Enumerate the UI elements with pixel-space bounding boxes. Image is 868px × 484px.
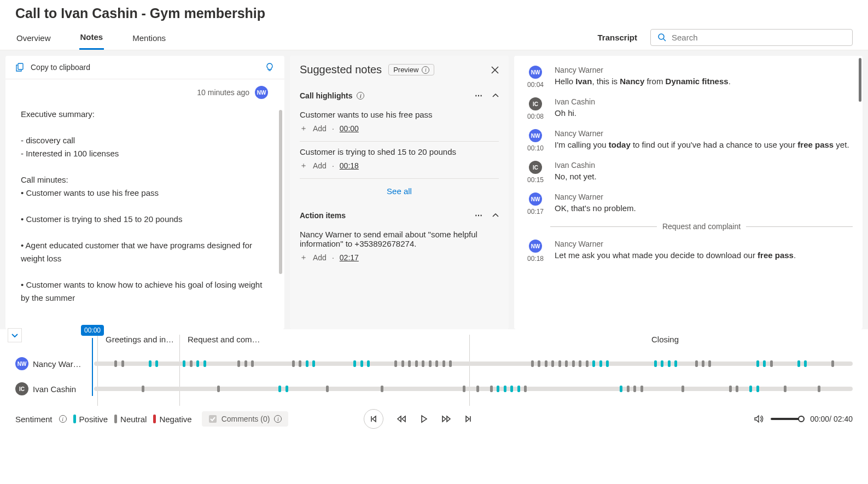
tab-overview[interactable]: Overview (15, 26, 52, 49)
talk-segment[interactable] (640, 386, 643, 392)
more-icon[interactable]: ⋯ (475, 91, 482, 100)
transcript-message[interactable]: NW00:17 Nancy WarnerOK, that's no proble… (524, 188, 853, 220)
skip-end-button[interactable] (464, 415, 472, 423)
talk-segment[interactable] (695, 360, 698, 367)
transcript-message[interactable]: IC00:15 Ivan CashinNo, not yet. (524, 156, 853, 188)
transcript-scrollbar[interactable] (859, 58, 861, 102)
talk-segment[interactable] (237, 360, 240, 367)
talk-segment[interactable] (381, 386, 383, 392)
info-icon[interactable]: i (59, 415, 67, 423)
talk-segment[interactable] (299, 360, 301, 367)
talk-segment[interactable] (551, 360, 554, 367)
notes-scrollbar[interactable] (279, 110, 282, 274)
talk-segment[interactable] (763, 360, 766, 367)
preview-badge[interactable]: Preview i (388, 64, 434, 75)
talk-segment[interactable] (524, 386, 527, 392)
talk-segment[interactable] (353, 360, 356, 367)
talk-segment[interactable] (545, 360, 547, 367)
talk-segment[interactable] (490, 386, 493, 392)
talk-segment[interactable] (442, 360, 445, 367)
comments-button[interactable]: Comments (0) i (202, 411, 289, 427)
talk-segment[interactable] (804, 360, 807, 367)
speaker-track[interactable] (94, 387, 853, 391)
transcript-message[interactable]: NW00:04 Nancy WarnerHello Ivan, this is … (524, 61, 853, 93)
talk-segment[interactable] (360, 360, 363, 367)
chevron-up-icon[interactable] (492, 212, 499, 219)
talk-segment[interactable] (538, 360, 540, 367)
talk-segment[interactable] (463, 386, 465, 392)
talk-segment[interactable] (149, 360, 152, 367)
talk-segment[interactable] (183, 360, 185, 367)
add-button[interactable]: Add (313, 253, 327, 262)
talk-segment[interactable] (244, 360, 247, 367)
expand-toggle[interactable] (8, 328, 22, 342)
talk-segment[interactable] (531, 360, 534, 367)
info-icon[interactable]: i (357, 92, 364, 100)
talk-segment[interactable] (599, 360, 602, 367)
talk-segment[interactable] (702, 360, 704, 367)
talk-segment[interactable] (286, 386, 288, 392)
talk-segment[interactable] (394, 360, 397, 367)
forward-button[interactable] (441, 415, 451, 423)
talk-segment[interactable] (831, 360, 834, 367)
close-icon[interactable] (491, 66, 499, 74)
copy-to-clipboard-button[interactable]: Copy to clipboard (15, 62, 90, 72)
talk-segment[interactable] (449, 360, 452, 367)
talk-segment[interactable] (278, 386, 281, 392)
transcript-message[interactable]: IC00:08 Ivan CashinOh hi. (524, 93, 853, 125)
talk-segment[interactable] (504, 386, 506, 392)
talk-segment[interactable] (306, 360, 308, 367)
talk-segment[interactable] (517, 386, 520, 392)
talk-segment[interactable] (142, 386, 144, 392)
notes-body[interactable]: Executive summary: - discovery call - In… (5, 99, 284, 329)
talk-segment[interactable] (586, 360, 589, 367)
talk-segment[interactable] (429, 360, 432, 367)
talk-segment[interactable] (627, 386, 630, 392)
talk-segment[interactable] (654, 360, 657, 367)
talk-segment[interactable] (729, 386, 732, 392)
timestamp-link[interactable]: 00:00 (340, 124, 359, 133)
talk-segment[interactable] (661, 360, 663, 367)
talk-segment[interactable] (749, 386, 752, 392)
transcript-message[interactable]: NW00:18 Nancy WarnerLet me ask you what … (524, 235, 853, 267)
talk-segment[interactable] (756, 386, 759, 392)
see-all-link[interactable]: See all (300, 179, 499, 203)
talk-segment[interactable] (668, 360, 671, 367)
talk-segment[interactable] (435, 360, 438, 367)
tab-notes[interactable]: Notes (79, 25, 104, 50)
search-box[interactable] (650, 29, 853, 46)
talk-segment[interactable] (415, 360, 418, 367)
add-button[interactable]: Add (313, 161, 327, 170)
talk-segment[interactable] (558, 360, 561, 367)
volume-slider[interactable] (771, 418, 803, 420)
timestamp-link[interactable]: 02:17 (340, 253, 359, 262)
talk-segment[interactable] (401, 360, 404, 367)
chevron-up-icon[interactable] (492, 92, 499, 99)
talk-segment[interactable] (114, 360, 117, 367)
add-button[interactable]: Add (313, 124, 327, 133)
more-icon[interactable]: ⋯ (475, 211, 482, 220)
talk-segment[interactable] (674, 360, 677, 367)
plus-icon[interactable]: ＋ (300, 124, 307, 133)
plus-icon[interactable]: ＋ (300, 161, 307, 171)
talk-segment[interactable] (756, 360, 759, 367)
search-input[interactable] (671, 32, 846, 43)
talk-segment[interactable] (606, 360, 609, 367)
talk-segment[interactable] (784, 386, 787, 392)
volume-icon[interactable] (754, 415, 764, 423)
talk-segment[interactable] (818, 386, 820, 392)
rewind-button[interactable] (397, 415, 406, 423)
talk-segment[interactable] (217, 386, 220, 392)
talk-segment[interactable] (422, 360, 424, 367)
talk-segment[interactable] (326, 386, 329, 392)
talk-segment[interactable] (620, 386, 622, 392)
talk-segment[interactable] (565, 360, 568, 367)
speaker-track[interactable] (94, 361, 853, 366)
talk-segment[interactable] (572, 360, 575, 367)
talk-segment[interactable] (251, 360, 254, 367)
talk-segment[interactable] (476, 386, 479, 392)
talk-segment[interactable] (708, 360, 711, 367)
talk-segment[interactable] (633, 386, 636, 392)
talk-segment[interactable] (736, 386, 738, 392)
talk-segment[interactable] (770, 360, 773, 367)
